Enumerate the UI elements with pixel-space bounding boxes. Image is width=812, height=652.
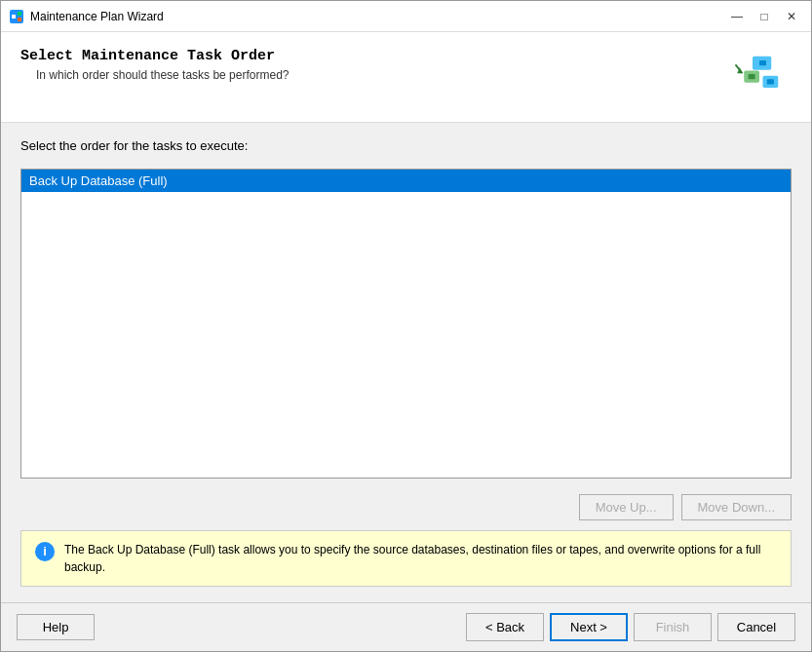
info-text: The Back Up Database (Full) task allows … [64, 541, 777, 576]
window-title: Maintenance Plan Wizard [30, 10, 725, 23]
header-section: Select Maintenance Task Order In which o… [1, 32, 811, 123]
finish-button[interactable]: Finish [634, 613, 712, 641]
svg-rect-5 [759, 60, 766, 65]
move-buttons-row: Move Up... Move Down... [20, 494, 792, 520]
maximize-button[interactable]: □ [753, 7, 776, 26]
svg-rect-2 [18, 12, 21, 16]
cancel-button[interactable]: Cancel [717, 613, 795, 641]
help-button[interactable]: Help [17, 614, 95, 640]
task-list[interactable]: Back Up Database (Full) [20, 169, 792, 479]
list-item[interactable]: Back Up Database (Full) [21, 170, 791, 192]
footer-left: Help [17, 614, 95, 640]
page-title: Select Maintenance Task Order [20, 48, 714, 64]
close-button[interactable]: ✕ [780, 7, 803, 26]
title-bar: Maintenance Plan Wizard — □ ✕ [1, 1, 811, 32]
back-button[interactable]: < Back [466, 613, 544, 641]
main-window: Maintenance Plan Wizard — □ ✕ Select Mai… [0, 0, 812, 652]
header-icon [714, 48, 792, 106]
window-controls: — □ ✕ [725, 7, 803, 26]
svg-rect-9 [767, 79, 774, 84]
content-area: Select the order for the tasks to execut… [1, 123, 811, 602]
next-button[interactable]: Next > [550, 613, 628, 641]
instructions-label: Select the order for the tasks to execut… [20, 138, 792, 153]
svg-rect-3 [18, 18, 21, 21]
svg-rect-1 [12, 15, 16, 19]
header-text: Select Maintenance Task Order In which o… [20, 48, 714, 82]
footer-bar: Help < Back Next > Finish Cancel [1, 602, 811, 651]
move-down-button[interactable]: Move Down... [681, 494, 792, 520]
info-icon: i [35, 542, 55, 561]
minimize-button[interactable]: — [725, 7, 749, 26]
footer-right: < Back Next > Finish Cancel [466, 613, 795, 641]
svg-rect-7 [749, 74, 755, 79]
info-box: i The Back Up Database (Full) task allow… [20, 530, 792, 587]
move-up-button[interactable]: Move Up... [579, 494, 674, 520]
page-subtitle: In which order should these tasks be per… [36, 68, 714, 82]
app-icon [9, 9, 24, 24]
